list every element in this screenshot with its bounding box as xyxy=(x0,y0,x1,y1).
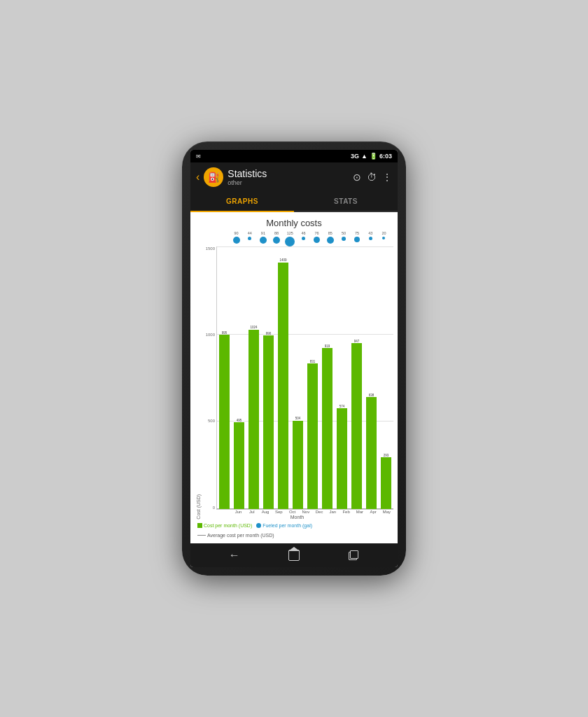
legend-row-1: Cost per month (USD) Fueled per month (g… xyxy=(197,522,391,530)
x-label: Nov xyxy=(299,510,312,514)
bar-value-label: 574 xyxy=(340,405,345,409)
bar xyxy=(307,363,318,509)
bubble-dot xyxy=(260,237,267,244)
bubble-dot xyxy=(273,237,280,244)
bubble-col: 88 xyxy=(270,231,284,246)
battery-icon: 🔋 xyxy=(370,153,377,160)
bar-chart-main: 150010005000 995495102499014095048319195… xyxy=(201,246,393,520)
bar-chart-wrapper: Cost (USD) 150010005000 9954951024990140… xyxy=(195,246,393,520)
bar xyxy=(293,421,304,509)
x-axis: JunJulAugSepOctNovDecJanFebMarAprMay xyxy=(201,510,393,514)
bar-value-label: 990 xyxy=(266,333,272,336)
bars-area: 99549510249901409504831919574947638293 xyxy=(216,246,393,510)
bar-value-label: 1409 xyxy=(279,259,286,263)
legend-cost: Cost per month (USD) xyxy=(197,522,252,529)
bar xyxy=(322,348,333,509)
bar-value-label: 504 xyxy=(295,417,301,421)
bar-col: 638 xyxy=(364,246,379,509)
bubble-dot xyxy=(314,237,320,243)
bubble-row: 9044918812546768550754320 xyxy=(195,231,393,246)
tab-graphs[interactable]: GRAPHS xyxy=(190,192,294,211)
bubble-col: 125 xyxy=(284,231,297,246)
app-title: Statistics xyxy=(227,168,349,180)
legend-avg-icon xyxy=(197,535,206,536)
x-label: Apr xyxy=(367,510,380,514)
y-axis-label: Cost (USD) xyxy=(195,246,201,520)
home-nav-button[interactable] xyxy=(284,547,304,564)
notification-icon: ✉ xyxy=(196,153,201,160)
bubble-dot xyxy=(382,237,385,239)
y-ticks: 150010005000 xyxy=(201,246,216,510)
back-nav-icon: ← xyxy=(229,549,240,562)
bubble-col: 75 xyxy=(351,231,364,246)
bubble-dot xyxy=(327,237,334,244)
tab-stats[interactable]: STATS xyxy=(294,192,398,211)
bubble-col: 90 xyxy=(230,231,243,246)
title-block: Statistics other xyxy=(227,168,349,187)
chart-area: Monthly costs 9044918812546768550754320 … xyxy=(190,212,398,543)
x-label: Feb xyxy=(340,510,353,514)
app-bar: ‹ ⛽ Statistics other ⊙ ⏱ ⋮ xyxy=(190,162,398,192)
legend-avg-label: Average cost per month (USD) xyxy=(207,531,274,539)
x-labels-row: JunJulAugSepOctNovDecJanFebMarAprMay xyxy=(232,510,393,514)
nav-bar: ← xyxy=(190,543,398,567)
signal-bars: ▲ xyxy=(361,153,368,160)
bar xyxy=(263,335,274,508)
bubble-col: 91 xyxy=(256,231,270,246)
legend-cost-label: Cost per month (USD) xyxy=(204,522,252,529)
filter-down-button[interactable]: ⊙ xyxy=(353,172,361,183)
y-tick: 0 xyxy=(213,506,215,510)
back-button[interactable]: ‹ xyxy=(196,171,200,183)
legend-cost-icon xyxy=(197,523,202,528)
x-label: Oct xyxy=(286,510,299,514)
bubble-dot xyxy=(285,237,295,246)
legend-avg: Average cost per month (USD) xyxy=(197,531,274,539)
bar-col: 995 xyxy=(217,246,232,509)
bubble-col: 44 xyxy=(243,231,256,246)
bar xyxy=(351,343,363,509)
bar xyxy=(366,397,377,508)
bubble-col: 43 xyxy=(364,231,377,246)
history-button[interactable]: ⏱ xyxy=(367,172,377,183)
bar-col: 947 xyxy=(349,246,364,509)
bubble-dot xyxy=(248,237,251,240)
legend-fuel: Fueled per month (gal) xyxy=(256,522,312,529)
bubble-col: 46 xyxy=(297,231,310,246)
bar-value-label: 495 xyxy=(237,419,242,423)
bar-col: 293 xyxy=(379,246,393,509)
x-label: Jan xyxy=(326,510,340,514)
bar xyxy=(219,335,230,509)
phone-device: ✉ 3G ▲ 🔋 6:03 ‹ ⛽ Statistics other ⊙ ⏱ ⋮ xyxy=(182,141,406,576)
bar-col: 831 xyxy=(305,246,320,509)
bar xyxy=(278,263,289,509)
x-label: May xyxy=(380,510,393,514)
bubble-dot xyxy=(369,237,372,240)
bar-value-label: 995 xyxy=(222,332,227,335)
time-label: 6:03 xyxy=(379,153,392,160)
legend-fuel-icon xyxy=(256,523,261,528)
app-icon: ⛽ xyxy=(204,167,223,187)
bar-col: 495 xyxy=(232,246,246,509)
status-right: 3G ▲ 🔋 6:03 xyxy=(351,153,392,160)
bar-value-label: 638 xyxy=(369,394,374,398)
recents-nav-button[interactable] xyxy=(343,547,364,564)
bar-col: 919 xyxy=(320,246,335,509)
more-menu-button[interactable]: ⋮ xyxy=(382,172,392,183)
status-bar: ✉ 3G ▲ 🔋 6:03 xyxy=(190,150,398,162)
phone-screen: ✉ 3G ▲ 🔋 6:03 ‹ ⛽ Statistics other ⊙ ⏱ ⋮ xyxy=(190,150,398,567)
bubble-dot xyxy=(302,237,305,240)
x-label: Sep xyxy=(272,510,286,514)
bar xyxy=(248,330,260,509)
bar-col: 574 xyxy=(335,246,349,509)
bar-value-label: 831 xyxy=(310,361,316,364)
bar-value-label: 293 xyxy=(384,454,389,458)
y-tick: 1000 xyxy=(206,333,215,337)
x-label: Mar xyxy=(353,510,366,514)
tab-bar: GRAPHS STATS xyxy=(190,192,398,212)
bar-value-label: 947 xyxy=(354,340,360,344)
x-label: Jul xyxy=(245,510,258,514)
bar-col: 1024 xyxy=(246,246,261,509)
x-label: Jun xyxy=(232,510,245,514)
back-nav-button[interactable]: ← xyxy=(224,547,245,564)
bubble-dot xyxy=(354,237,360,242)
